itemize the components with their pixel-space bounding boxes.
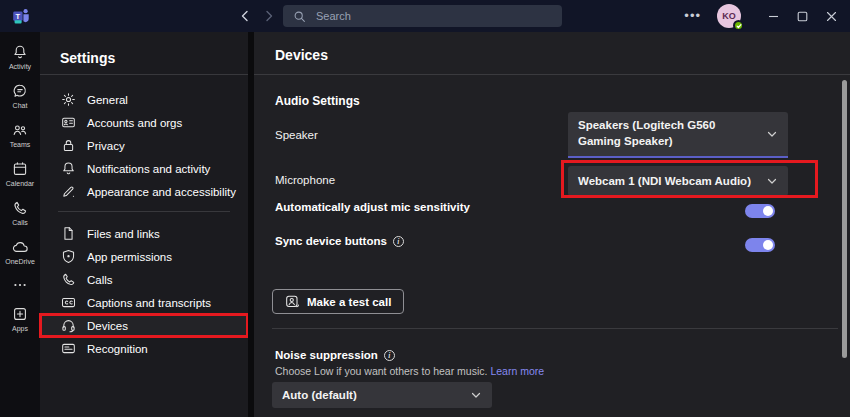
search-box[interactable] bbox=[283, 5, 562, 27]
gear-icon bbox=[61, 92, 76, 107]
chevron-down-icon bbox=[766, 175, 778, 187]
divider bbox=[40, 74, 248, 75]
learn-more-link[interactable]: Learn more bbox=[490, 365, 544, 377]
title-bar: T ••• KO bbox=[0, 0, 850, 32]
card-icon bbox=[61, 341, 76, 356]
lock-icon bbox=[61, 138, 76, 153]
make-test-call-button[interactable]: Make a test call bbox=[272, 289, 404, 314]
apps-icon bbox=[12, 306, 28, 322]
divider bbox=[272, 328, 838, 329]
speaker-label: Speaker bbox=[275, 129, 318, 141]
avatar[interactable]: KO bbox=[717, 4, 741, 28]
microphone-label: Microphone bbox=[275, 174, 335, 186]
noise-suppression-description: Choose Low if you want others to hear mu… bbox=[275, 365, 544, 377]
search-icon bbox=[293, 10, 306, 23]
close-button[interactable] bbox=[817, 0, 846, 32]
sidebar-item-label: Privacy bbox=[87, 140, 125, 152]
cloud-icon bbox=[12, 239, 28, 255]
divider bbox=[58, 211, 230, 212]
shield-icon bbox=[61, 249, 76, 264]
sidebar-title: Settings bbox=[40, 32, 248, 68]
sidebar-item-app-permissions[interactable]: App permissions bbox=[40, 245, 248, 268]
rail-label: OneDrive bbox=[5, 258, 35, 265]
pen-icon bbox=[61, 184, 76, 199]
mic-sensitivity-label: Automatically adjust mic sensitivity bbox=[275, 201, 470, 213]
chevron-down-icon bbox=[470, 389, 482, 401]
sidebar-item-label: App permissions bbox=[87, 251, 172, 263]
rail-item-calls[interactable]: Calls bbox=[0, 200, 40, 226]
rail-label: Activity bbox=[9, 63, 31, 70]
sidebar-item-label: Accounts and orgs bbox=[87, 117, 182, 129]
settings-sidebar: Settings General Accounts and orgs Priva… bbox=[40, 32, 248, 417]
sidebar-item-label: Captions and transcripts bbox=[87, 297, 211, 309]
sidebar-item-appearance[interactable]: Appearance and accessibility bbox=[40, 180, 248, 203]
mic-sensitivity-toggle[interactable] bbox=[745, 204, 775, 218]
speaker-dropdown-value: Speakers (Logitech G560 Gaming Speaker) bbox=[578, 118, 758, 149]
cc-icon bbox=[61, 295, 76, 310]
noise-suppression-dropdown[interactable]: Auto (default) bbox=[272, 382, 492, 408]
svg-text:T: T bbox=[16, 12, 21, 21]
calendar-icon bbox=[12, 161, 28, 177]
microphone-dropdown[interactable]: Webcam 1 (NDI Webcam Audio) bbox=[568, 166, 788, 196]
rail-item-onedrive[interactable]: OneDrive bbox=[0, 239, 40, 265]
avatar-initials: KO bbox=[722, 11, 736, 21]
vertical-scrollbar[interactable] bbox=[842, 80, 847, 358]
rail-item-activity[interactable]: Activity bbox=[0, 44, 40, 70]
noise-suppression-heading: Noise suppression i bbox=[275, 349, 395, 361]
test-call-button-label: Make a test call bbox=[307, 296, 391, 308]
sidebar-item-calls[interactable]: Calls bbox=[40, 268, 248, 291]
noise-suppression-value: Auto (default) bbox=[282, 389, 357, 401]
file-icon bbox=[61, 226, 76, 241]
page-title: Devices bbox=[275, 47, 328, 63]
info-icon[interactable]: i bbox=[384, 350, 395, 361]
back-chevron-icon[interactable] bbox=[238, 9, 252, 23]
test-call-icon bbox=[285, 294, 300, 309]
sidebar-item-label: Appearance and accessibility bbox=[87, 186, 236, 198]
id-card-icon bbox=[61, 115, 76, 130]
sidebar-item-files[interactable]: Files and links bbox=[40, 222, 248, 245]
sidebar-item-notifications[interactable]: Notifications and activity bbox=[40, 157, 248, 180]
speaker-dropdown[interactable]: Speakers (Logitech G560 Gaming Speaker) bbox=[568, 112, 788, 158]
rail-more-icon[interactable] bbox=[13, 280, 27, 290]
maximize-button[interactable] bbox=[788, 0, 817, 32]
rail-item-chat[interactable]: Chat bbox=[0, 83, 40, 109]
devices-settings-panel: Devices Audio Settings Speaker Speakers … bbox=[254, 32, 850, 417]
sync-device-buttons-label: Sync device buttons i bbox=[275, 235, 404, 247]
microphone-dropdown-value: Webcam 1 (NDI Webcam Audio) bbox=[578, 175, 751, 187]
app-rail: Activity Chat Teams Calendar Calls OneDr… bbox=[0, 32, 40, 417]
rail-item-teams[interactable]: Teams bbox=[0, 122, 40, 148]
sidebar-item-accounts[interactable]: Accounts and orgs bbox=[40, 111, 248, 134]
divider bbox=[254, 74, 850, 75]
more-options-icon[interactable]: ••• bbox=[684, 11, 701, 21]
sidebar-item-label: Devices bbox=[87, 320, 128, 332]
bell-icon bbox=[61, 161, 76, 176]
minimize-button[interactable] bbox=[759, 0, 788, 32]
rail-item-apps[interactable]: Apps bbox=[0, 306, 40, 332]
phone-icon bbox=[61, 272, 76, 287]
forward-chevron-icon[interactable] bbox=[262, 9, 276, 23]
teams-logo-icon: T bbox=[11, 6, 31, 26]
people-icon bbox=[12, 122, 28, 138]
rail-label: Teams bbox=[10, 141, 31, 148]
rail-item-calendar[interactable]: Calendar bbox=[0, 161, 40, 187]
sidebar-item-label: Notifications and activity bbox=[87, 163, 210, 175]
sidebar-item-devices[interactable]: Devices bbox=[40, 314, 248, 337]
sidebar-item-label: Calls bbox=[87, 274, 113, 286]
sidebar-item-recognition[interactable]: Recognition bbox=[40, 337, 248, 360]
chat-icon bbox=[12, 83, 28, 99]
sidebar-item-label: Recognition bbox=[87, 343, 148, 355]
search-input[interactable] bbox=[314, 9, 552, 23]
chevron-down-icon bbox=[766, 128, 778, 140]
phone-icon bbox=[12, 200, 28, 216]
rail-label: Calendar bbox=[6, 180, 34, 187]
rail-label: Apps bbox=[12, 325, 28, 332]
sync-device-buttons-toggle[interactable] bbox=[745, 238, 775, 252]
presence-available-icon bbox=[733, 20, 744, 31]
sidebar-item-general[interactable]: General bbox=[40, 88, 248, 111]
headset-icon bbox=[61, 318, 76, 333]
sidebar-item-captions[interactable]: Captions and transcripts bbox=[40, 291, 248, 314]
audio-settings-heading: Audio Settings bbox=[275, 94, 360, 108]
sidebar-item-label: Files and links bbox=[87, 228, 160, 240]
info-icon[interactable]: i bbox=[393, 236, 404, 247]
sidebar-item-privacy[interactable]: Privacy bbox=[40, 134, 248, 157]
